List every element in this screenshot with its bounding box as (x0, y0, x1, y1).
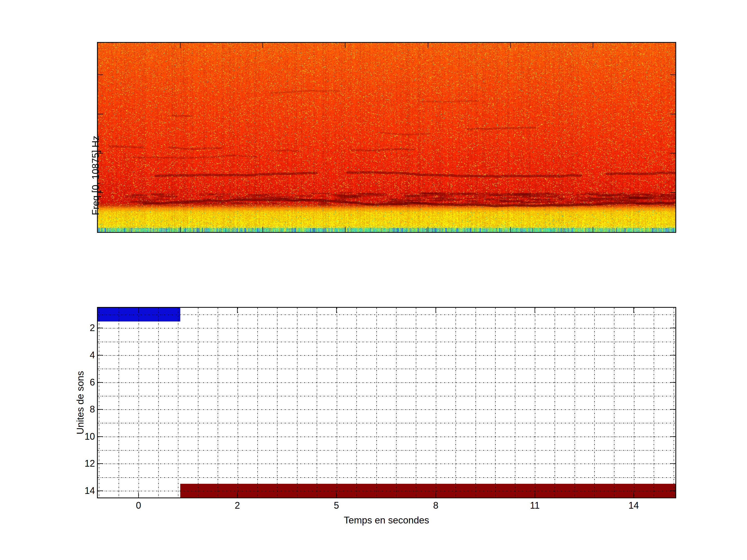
x-tick-mark (510, 227, 511, 232)
x-tick-mark (345, 43, 345, 48)
vertical-gridline (436, 308, 436, 498)
x-tick-label: 11 (530, 501, 540, 510)
x-tick-mark (535, 492, 535, 498)
y-tick-label: 2 (90, 323, 95, 332)
x-tick-mark (262, 227, 263, 232)
y-tick-mark (670, 490, 675, 491)
vertical-gridline (337, 308, 337, 498)
y-tick-mark (98, 490, 103, 491)
vertical-gridline (674, 308, 674, 498)
y-tick-label: 10 (84, 432, 95, 441)
y-tick-mark (98, 355, 103, 355)
spectrogram-axes (97, 42, 676, 233)
vertical-gridline (376, 308, 377, 498)
x-tick-mark (634, 308, 634, 313)
horizontal-gridline (98, 450, 675, 451)
horizontal-gridline (98, 477, 675, 478)
vertical-gridline (138, 308, 139, 498)
y-tick-mark (670, 463, 675, 464)
y-tick-mark (670, 409, 675, 410)
y-tick-mark (670, 328, 675, 328)
horizontal-gridline (98, 463, 675, 464)
horizontal-gridline (98, 396, 675, 396)
y-tick-mark (670, 114, 675, 114)
y-tick-mark (98, 463, 103, 464)
y-tick-mark (670, 436, 675, 437)
vertical-gridline (99, 308, 99, 498)
x-tick-label: 8 (433, 501, 438, 510)
vertical-gridline (158, 308, 159, 498)
horizontal-gridline (98, 342, 675, 342)
x-tick-mark (336, 308, 337, 313)
vertical-gridline (654, 308, 654, 498)
vertical-gridline (594, 308, 595, 498)
x-tick-label: 14 (628, 501, 639, 510)
x-tick-label: 5 (334, 501, 339, 510)
x-tick-mark (428, 43, 428, 48)
vertical-gridline (456, 308, 456, 498)
vertical-gridline (535, 308, 535, 498)
vertical-gridline (495, 308, 496, 498)
x-tick-mark (138, 308, 139, 313)
x-tick-mark (262, 43, 263, 48)
vertical-gridline (178, 308, 178, 498)
horizontal-gridline (98, 382, 675, 383)
x-tick-mark (336, 492, 337, 498)
vertical-gridline (257, 308, 258, 498)
horizontal-gridline (98, 436, 675, 437)
y-tick-mark (98, 436, 103, 437)
x-tick-mark (345, 227, 345, 232)
x-tick-mark (634, 492, 634, 498)
vertical-gridline (634, 308, 635, 498)
vertical-gridline (555, 308, 555, 498)
y-tick-mark (670, 74, 675, 75)
y-tick-mark (98, 382, 103, 383)
y-tick-label: 6 (90, 378, 95, 387)
vertical-gridline (416, 308, 416, 498)
figure-canvas: Freq [0, 10875] Hz Temps en secondes Uni… (0, 0, 747, 560)
y-tick-label: 14 (84, 486, 95, 496)
x-tick-mark (510, 43, 511, 48)
x-tick-mark (237, 308, 238, 313)
x-tick-mark (138, 492, 139, 498)
segmentation-axes (97, 307, 676, 498)
x-tick-mark (180, 227, 181, 232)
y-tick-mark (98, 328, 103, 328)
y-tick-label: 4 (90, 350, 95, 360)
y-tick-mark (98, 74, 103, 75)
y-tick-mark (98, 409, 103, 410)
x-tick-label: 2 (235, 501, 240, 510)
x-tick-mark (436, 492, 436, 498)
vertical-gridline (297, 308, 298, 498)
y-tick-label: 12 (84, 459, 95, 468)
spectrogram-image (98, 43, 675, 232)
x-tick-label: 0 (136, 501, 141, 510)
y-tick-label: 8 (90, 405, 95, 414)
x-tick-mark (428, 227, 428, 232)
horizontal-gridline (98, 355, 675, 356)
segmentation-ylabel: Unites de sons (75, 371, 86, 434)
x-tick-mark (593, 43, 593, 48)
horizontal-gridline (98, 409, 675, 410)
vertical-gridline (396, 308, 396, 498)
y-tick-mark (98, 114, 103, 114)
vertical-gridline (217, 308, 218, 498)
vertical-gridline (475, 308, 476, 498)
x-tick-mark (180, 43, 181, 48)
y-tick-mark (670, 192, 675, 193)
horizontal-gridline (98, 315, 675, 315)
horizontal-gridline (98, 491, 675, 491)
vertical-gridline (119, 308, 119, 498)
spectrogram-plot-area (98, 43, 675, 232)
segmentation-xlabel: Temps en secondes (344, 515, 429, 526)
vertical-gridline (515, 308, 515, 498)
vertical-gridline (317, 308, 317, 498)
x-tick-mark (535, 308, 535, 313)
y-tick-mark (670, 382, 675, 383)
horizontal-gridline (98, 423, 675, 423)
vertical-gridline (277, 308, 278, 498)
vertical-gridline (574, 308, 575, 498)
horizontal-gridline (98, 328, 675, 328)
vertical-gridline (614, 308, 615, 498)
x-tick-mark (436, 308, 436, 313)
